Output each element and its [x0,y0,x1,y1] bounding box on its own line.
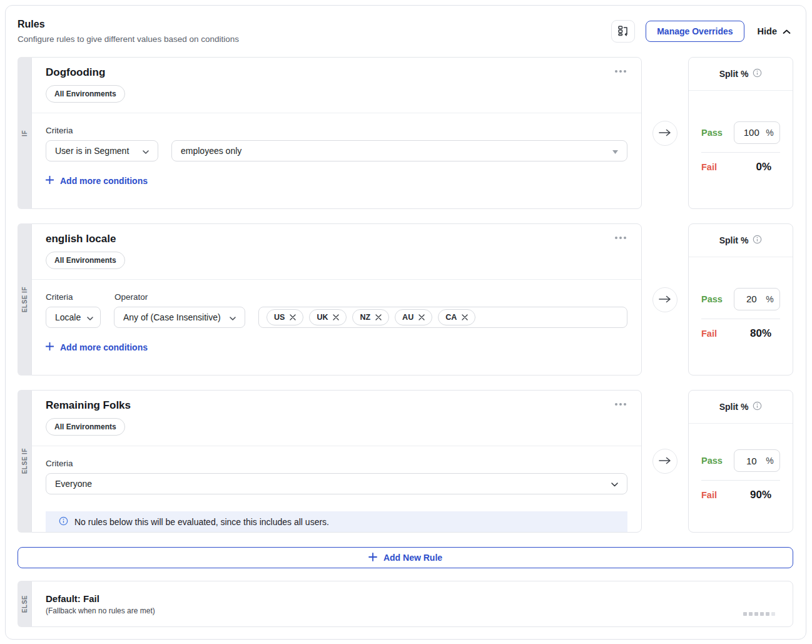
info-icon[interactable] [753,235,762,246]
operator-select[interactable]: Any of (Case Insensitive) [114,307,245,328]
chevron-down-icon [87,312,93,322]
chevron-down-icon [230,312,236,322]
split-panel-remaining-folks: Split % Pass % Fail 90% [688,390,793,533]
chevron-down-icon [611,479,618,489]
rule-row-english-locale: ELSE IF english locale All Environments … [18,223,793,376]
hide-label: Hide [758,26,777,36]
split-title: Split % [719,235,749,245]
fail-percent-value: 0% [756,161,771,173]
split-title: Split % [719,402,749,412]
rule-result-arrow [652,449,678,474]
rule-result-arrow [652,121,678,146]
plus-icon [46,176,54,186]
rule-card-body: Criteria User is in Segment employees on… [32,113,641,208]
rule-order-button[interactable] [611,20,635,43]
remove-tag-button[interactable] [375,314,382,320]
rule-row-dogfooding: IF Dogfooding All Environments Criteria … [18,57,793,209]
remove-tag-button[interactable] [290,314,296,320]
rule-name: Remaining Folks [46,399,627,412]
locale-tag: AU [395,309,432,325]
fail-label: Fail [701,490,717,500]
operator-label: Operator [114,292,148,302]
manage-overrides-button[interactable]: Manage Overrides [646,21,744,42]
locale-tag: NZ [352,309,389,325]
criteria-select[interactable]: Everyone [46,473,627,494]
panel-header: Rules Configure rules to give different … [18,18,793,44]
locale-tag: CA [438,309,475,325]
page-title: Rules [18,18,239,30]
plus-icon [46,342,54,352]
keyword-strip-if: IF [18,57,31,209]
keyword-strip-else-if: ELSE IF [18,223,31,376]
fail-label: Fail [701,162,717,172]
pass-percent-box: % [734,121,780,144]
drag-handle[interactable] [743,612,775,616]
arrow-right-icon [659,294,671,305]
rule-card-body: Criteria Everyone No rules below this wi… [32,446,641,532]
add-more-conditions-button[interactable]: Add more conditions [46,342,148,352]
remove-tag-button[interactable] [419,314,425,320]
default-rule-title: Default: Fail [46,593,774,604]
rule-name: english locale [46,233,627,245]
rule-card-header: Dogfooding All Environments [32,58,641,113]
default-rule-row: ELSE Default: Fail (Fallback when no rul… [18,581,793,627]
locale-tag: US [266,309,303,325]
remove-tag-button[interactable] [462,314,468,320]
rule-card-remaining-folks: Remaining Folks All Environments Criteri… [31,390,642,533]
rule-card-body: Criteria Operator Locale Any of (Case In… [32,280,641,375]
criteria-label: Criteria [46,459,73,468]
more-options-button[interactable] [612,68,629,75]
split-panel-dogfooding: Split % Pass % Fail 0% [688,57,793,209]
fail-label: Fail [701,329,717,339]
split-title: Split % [719,69,749,79]
arrow-right-icon [659,456,671,467]
pass-percent-input[interactable] [740,127,763,138]
remove-tag-button[interactable] [333,314,339,320]
rule-result-arrow [652,287,678,312]
criteria-select[interactable]: Locale [46,307,101,328]
segment-combobox[interactable]: employees only [171,140,627,161]
more-options-button[interactable] [612,401,629,408]
chevron-up-icon [783,26,791,36]
pass-percent-box: % [734,449,780,472]
add-new-rule-button[interactable]: Add New Rule [18,547,793,568]
criteria-select[interactable]: User is in Segment [46,140,158,161]
rule-card-header: Remaining Folks All Environments [32,391,641,446]
rule-name: Dogfooding [46,66,627,79]
pass-percent-input[interactable] [740,294,763,304]
pass-label: Pass [701,128,723,138]
rule-card-english-locale: english locale All Environments Criteria… [31,223,642,376]
info-icon[interactable] [753,68,762,79]
rule-order-icon [617,24,629,39]
chevron-down-icon [143,146,149,156]
all-users-note: No rules below this will be evaluated, s… [46,511,627,532]
locale-values-input[interactable]: US UK NZ AU [258,307,627,328]
header-actions: Manage Overrides Hide [611,18,793,43]
keyword-strip-else-if: ELSE IF [18,390,31,533]
info-icon [59,516,68,528]
plus-icon [368,553,377,563]
pass-label: Pass [701,294,723,304]
pass-percent-box: % [734,288,780,310]
pass-label: Pass [701,456,723,466]
default-rule-card: Default: Fail (Fallback when no rules ar… [31,581,793,627]
more-options-button[interactable] [612,234,629,242]
criteria-label: Criteria [46,292,114,302]
page-subtitle: Configure rules to give different values… [18,34,239,44]
default-rule-subtitle: (Fallback when no rules are met) [46,606,774,615]
arrow-right-icon [659,128,671,139]
environment-badge: All Environments [46,418,125,436]
rule-card-dogfooding: Dogfooding All Environments Criteria Use… [31,57,642,209]
info-icon[interactable] [753,401,762,412]
header-text: Rules Configure rules to give different … [18,18,239,44]
pass-percent-input[interactable] [740,456,763,466]
fail-percent-value: 80% [750,327,771,340]
rule-card-header: english locale All Environments [32,224,641,280]
environment-badge: All Environments [46,252,125,269]
fail-percent-value: 90% [750,489,771,501]
rule-row-remaining-folks: ELSE IF Remaining Folks All Environments… [18,390,793,533]
add-more-conditions-button[interactable]: Add more conditions [46,176,148,186]
environment-badge: All Environments [46,85,125,103]
hide-toggle[interactable]: Hide [755,26,793,36]
rules-panel: Rules Configure rules to give different … [5,5,806,640]
